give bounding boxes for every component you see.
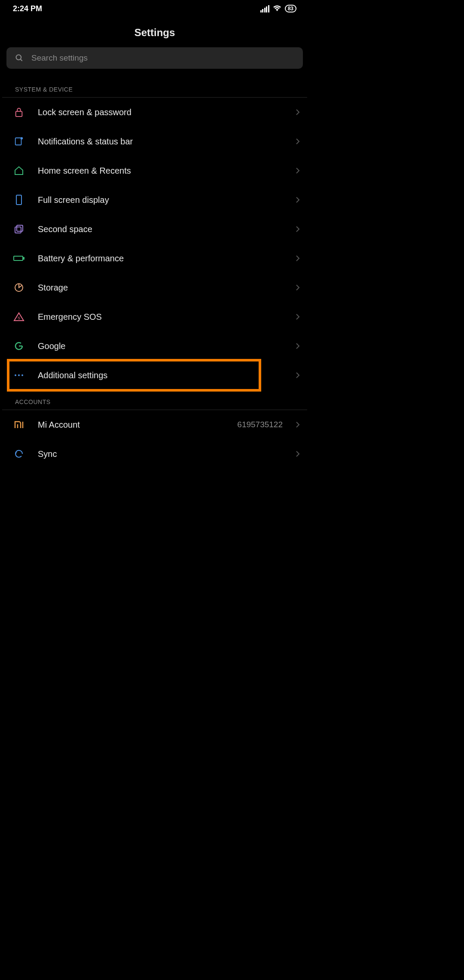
svg-point-4 xyxy=(21,138,23,139)
search-icon xyxy=(15,54,24,62)
notification-icon xyxy=(13,135,25,147)
list-item-label: Notifications & status bar xyxy=(38,137,283,147)
svg-rect-9 xyxy=(23,257,24,259)
svg-text:S: S xyxy=(18,316,20,320)
list-item-label: Battery & performance xyxy=(38,254,283,263)
battery-icon xyxy=(13,252,25,264)
list-item-label: Emergency SOS xyxy=(38,312,283,322)
chevron-right-icon xyxy=(296,450,300,457)
settings-item-google[interactable]: Google xyxy=(0,331,309,361)
svg-point-14 xyxy=(21,374,23,376)
chevron-right-icon xyxy=(296,167,300,174)
lock-icon xyxy=(13,106,25,118)
status-time: 2:24 PM xyxy=(13,4,42,13)
cellular-signal-icon xyxy=(260,5,269,12)
dots-icon xyxy=(13,369,25,381)
list-item-label: Sync xyxy=(38,449,283,459)
status-bar: 2:24 PM 83 xyxy=(0,0,309,17)
phone-icon xyxy=(13,194,25,206)
list-item-label: Full screen display xyxy=(38,195,283,205)
svg-rect-2 xyxy=(16,111,22,116)
svg-rect-8 xyxy=(14,256,23,260)
chevron-right-icon xyxy=(296,313,300,320)
list-item-label: Storage xyxy=(38,283,283,293)
chevron-right-icon xyxy=(296,109,300,116)
svg-point-0 xyxy=(16,55,21,60)
page-title: Settings xyxy=(0,17,309,47)
settings-item-lock-screen[interactable]: Lock screen & password xyxy=(0,98,309,127)
layers-icon xyxy=(13,223,25,235)
section-header-accounts: ACCOUNTS xyxy=(2,390,307,410)
svg-rect-5 xyxy=(16,195,21,205)
list-item-value: 6195735122 xyxy=(237,420,283,429)
svg-rect-7 xyxy=(15,227,21,233)
list-item-label: Google xyxy=(38,341,283,351)
list-item-label: Mi Account xyxy=(38,420,224,430)
section-header-system-device: SYSTEM & DEVICE xyxy=(2,77,307,98)
alert-icon: S xyxy=(13,311,25,323)
chevron-right-icon xyxy=(296,255,300,262)
mi-icon xyxy=(13,419,25,431)
chevron-right-icon xyxy=(296,343,300,349)
chevron-right-icon xyxy=(296,138,300,145)
settings-item-additional[interactable]: Additional settings xyxy=(0,361,309,390)
search-input[interactable] xyxy=(31,53,294,63)
svg-point-13 xyxy=(18,374,20,376)
sync-icon xyxy=(13,448,25,460)
settings-item-sync[interactable]: Sync xyxy=(0,439,309,469)
svg-line-1 xyxy=(21,59,22,61)
wifi-icon xyxy=(273,5,281,12)
settings-item-mi-account[interactable]: Mi Account 6195735122 xyxy=(0,410,309,439)
google-icon xyxy=(13,340,25,352)
battery-indicator: 83 xyxy=(285,5,296,12)
chevron-right-icon xyxy=(296,196,300,203)
pie-icon xyxy=(13,282,25,294)
svg-point-12 xyxy=(15,374,16,376)
settings-item-full-screen[interactable]: Full screen display xyxy=(0,185,309,214)
chevron-right-icon xyxy=(296,421,300,428)
list-item-label: Second space xyxy=(38,224,283,234)
chevron-right-icon xyxy=(296,226,300,233)
settings-item-storage[interactable]: Storage xyxy=(0,273,309,302)
settings-item-second-space[interactable]: Second space xyxy=(0,214,309,244)
settings-item-battery[interactable]: Battery & performance xyxy=(0,244,309,273)
settings-item-notifications[interactable]: Notifications & status bar xyxy=(0,127,309,156)
status-right: 83 xyxy=(260,5,296,12)
chevron-right-icon xyxy=(296,372,300,379)
svg-rect-6 xyxy=(17,225,23,231)
search-bar[interactable] xyxy=(6,47,303,69)
home-icon xyxy=(13,165,25,177)
svg-rect-3 xyxy=(15,138,21,145)
list-item-label: Home screen & Recents xyxy=(38,166,283,176)
list-item-label: Lock screen & password xyxy=(38,107,283,117)
settings-item-home-screen[interactable]: Home screen & Recents xyxy=(0,156,309,185)
settings-item-emergency[interactable]: S Emergency SOS xyxy=(0,302,309,331)
chevron-right-icon xyxy=(296,284,300,291)
list-item-label: Additional settings xyxy=(38,371,283,380)
